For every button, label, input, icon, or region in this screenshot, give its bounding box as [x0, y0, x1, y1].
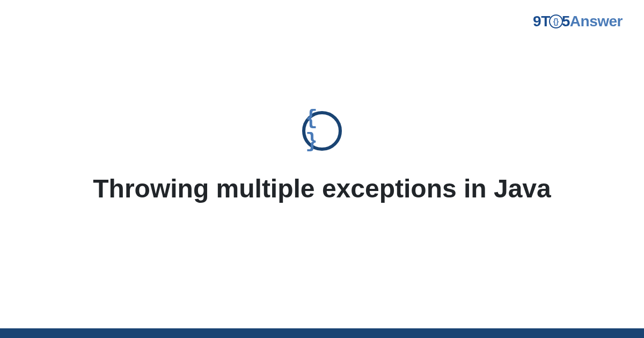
footer-accent-bar [0, 328, 644, 338]
braces-glyph: { } [305, 107, 339, 153]
page-title: Throwing multiple exceptions in Java [93, 172, 551, 205]
code-braces-icon: { } [302, 111, 342, 151]
main-content: { } Throwing multiple exceptions in Java [0, 0, 644, 338]
